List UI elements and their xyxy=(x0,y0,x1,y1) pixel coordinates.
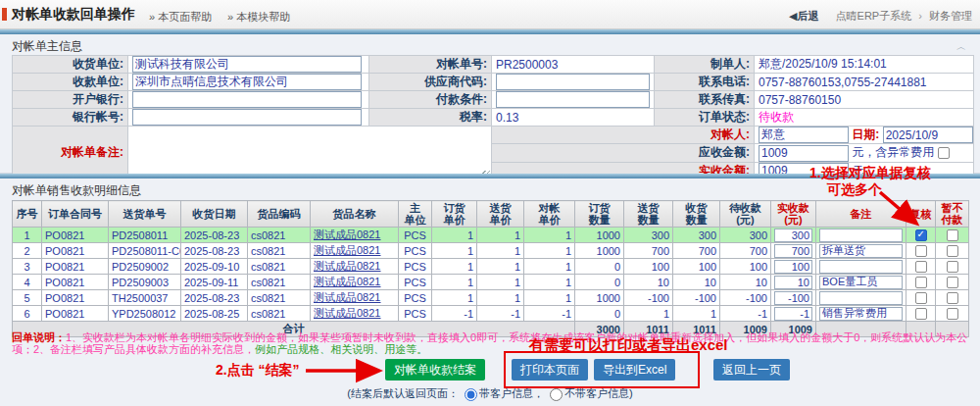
col-order-contract: PO0821 xyxy=(42,259,109,275)
breadcrumb-system[interactable]: 点晴ERP子系统 xyxy=(836,10,912,22)
remark-textarea[interactable] xyxy=(128,127,491,178)
hold-payment-checkbox[interactable] xyxy=(947,277,958,288)
col-item-code: cs0821 xyxy=(248,290,311,306)
col-remark xyxy=(816,228,906,243)
hold-payment-checkbox[interactable] xyxy=(947,245,958,257)
back-link[interactable]: ◀后退 xyxy=(789,10,818,22)
remark-cell-input[interactable] xyxy=(819,276,903,289)
col-receive-qty: 700 xyxy=(673,243,720,259)
col-item-name[interactable]: 测试成品0821 xyxy=(311,275,399,290)
table-row: 1PO0821PD25080112025-08-23cs0821测试成品0821… xyxy=(13,228,969,243)
with-customer-info-radio[interactable] xyxy=(465,388,477,401)
col-item-name[interactable]: 测试成品0821 xyxy=(311,290,399,306)
col-item-code: cs0821 xyxy=(248,306,311,322)
col-hold xyxy=(936,306,969,322)
detail-title: 对帐单销售收款明细信息 xyxy=(12,182,141,199)
col-pending-amount: 100 xyxy=(720,259,771,275)
order-status-value: 待收款 xyxy=(755,109,974,127)
column-header: 复核 xyxy=(906,201,936,228)
received-amount-cell-input[interactable] xyxy=(774,276,812,289)
remark-cell-input[interactable] xyxy=(819,260,903,274)
hold-payment-checkbox[interactable] xyxy=(947,308,958,320)
review-checkbox[interactable] xyxy=(915,261,927,273)
col-item-name[interactable]: 测试成品0821 xyxy=(311,243,399,259)
column-header: 待收款 (元) xyxy=(720,201,771,228)
received-amount-cell-input[interactable] xyxy=(774,228,812,242)
label-receiver: 收货单位: xyxy=(13,56,128,74)
module-help-link[interactable]: » 本模块帮助 xyxy=(227,10,290,25)
received-amount-cell-input[interactable] xyxy=(774,291,812,305)
col-hold xyxy=(936,259,969,275)
label-order-status: 订单状态: xyxy=(655,109,755,127)
col-item-name[interactable]: 测试成品0821 xyxy=(311,228,399,243)
review-checkbox[interactable] xyxy=(915,292,927,304)
return-previous-button[interactable]: 返回上一页 xyxy=(713,359,790,381)
col-order-price: -1 xyxy=(432,306,477,322)
col-order-contract: PO0821 xyxy=(42,275,109,290)
received-amount-cell-input[interactable] xyxy=(774,244,812,258)
col-delivery-price: 1 xyxy=(477,290,524,306)
column-header: 送货 数量 xyxy=(624,201,673,228)
creator-value: 郑意/2025/10/9 15:14:01 xyxy=(755,56,974,74)
breadcrumb-module[interactable]: 财务管理 xyxy=(929,10,972,22)
remark-cell-input[interactable] xyxy=(819,228,903,242)
col-unit: PCS xyxy=(399,290,432,306)
without-customer-info-radio[interactable] xyxy=(550,388,563,401)
col-item-name[interactable]: 测试成品0821 xyxy=(311,259,399,275)
col-item-code: cs0821 xyxy=(248,259,311,275)
receivable-input[interactable] xyxy=(759,145,849,162)
col-unit: PCS xyxy=(399,275,432,290)
table-row: 3PO0821PD25090022025-09-10cs0821测试成品0821… xyxy=(13,259,969,275)
received-amount-cell-input[interactable] xyxy=(774,307,812,321)
column-header: 订货 数量 xyxy=(575,201,624,228)
bank-account-input[interactable] xyxy=(132,109,362,126)
label-remark: 对帐单备注: xyxy=(13,127,128,180)
tax-rate-value: 0.13 xyxy=(492,109,655,127)
col-review xyxy=(906,290,936,306)
col-review xyxy=(906,306,936,322)
hold-payment-checkbox[interactable] xyxy=(947,229,958,241)
review-checkbox[interactable] xyxy=(915,229,927,241)
close-statement-button[interactable]: 对帐单收款结案 xyxy=(385,359,485,381)
abnormal-fee-checkbox[interactable] xyxy=(938,147,950,159)
collapse-icon[interactable]: ︿ xyxy=(956,40,966,54)
payee-input[interactable] xyxy=(132,74,362,90)
supplier-code-input[interactable] xyxy=(496,74,650,90)
col-seq: 2 xyxy=(13,243,42,259)
received-amount-cell-input[interactable] xyxy=(774,260,812,274)
col-delivery-qty: 10 xyxy=(624,275,673,290)
receivable-suffix: 元，含异常费用 xyxy=(852,145,934,159)
annotation-select-review-line2: 可选多个 xyxy=(827,181,931,198)
col-hold xyxy=(936,290,969,306)
remark-cell-input[interactable] xyxy=(819,307,903,321)
col-order-price: 1 xyxy=(432,243,477,259)
column-header: 收货 数量 xyxy=(673,201,720,228)
title-accent-mark xyxy=(2,8,7,21)
bank-input[interactable] xyxy=(132,91,362,108)
reconciler-input[interactable] xyxy=(759,127,849,143)
review-checkbox[interactable] xyxy=(915,277,927,288)
print-page-button[interactable]: 打印本页面 xyxy=(512,359,588,381)
col-order-qty: 0 xyxy=(575,259,624,275)
hold-payment-checkbox[interactable] xyxy=(947,292,958,304)
remark-cell-input[interactable] xyxy=(819,291,903,305)
export-excel-button[interactable]: 导出到Excel xyxy=(594,359,675,381)
date-input[interactable] xyxy=(883,127,973,143)
phone-value: 0757-88760153,0755-27441881 xyxy=(755,74,974,91)
receiver-input[interactable] xyxy=(132,56,362,73)
main-info-form: 收货单位: 对帐单号: PR2500003 制单人: 郑意/2025/10/9 … xyxy=(12,55,974,180)
column-header: 订单合同号 xyxy=(42,201,109,228)
review-checkbox[interactable] xyxy=(915,308,927,320)
col-seq: 5 xyxy=(13,290,42,306)
review-checkbox[interactable] xyxy=(915,245,927,257)
col-item-name[interactable]: 测试成品0821 xyxy=(311,306,399,322)
column-header: 对帐 单价 xyxy=(524,201,575,228)
remark-cell-input[interactable] xyxy=(819,244,903,258)
hold-payment-checkbox[interactable] xyxy=(947,261,958,273)
page-help-link[interactable]: » 本页面帮助 xyxy=(149,10,212,25)
return-page-option: (结案后默认返回页面：带客户信息，不带客户信息) xyxy=(0,386,980,401)
column-header: 序号 xyxy=(13,201,42,228)
annotation-select-review: 1.选择对应单据复核 可选多个 xyxy=(809,165,931,198)
payment-terms-input[interactable] xyxy=(496,91,650,108)
col-pending-amount: 10 xyxy=(720,275,771,290)
